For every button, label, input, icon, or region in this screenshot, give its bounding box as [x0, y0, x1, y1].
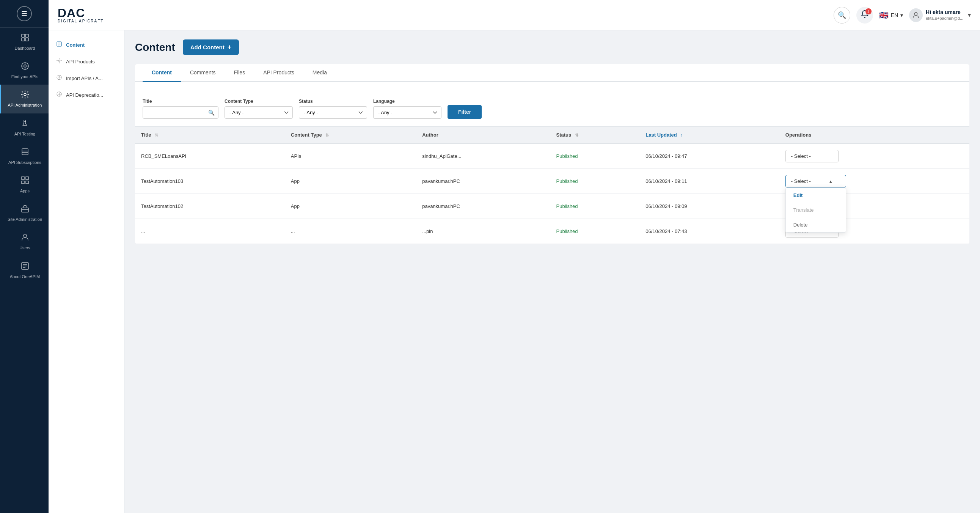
- notification-badge: 1: [865, 8, 872, 14]
- secondary-sidebar: Content API Products I: [49, 30, 124, 513]
- plus-icon: +: [228, 43, 232, 51]
- sec-sidebar-item-api-products[interactable]: API Products: [49, 53, 124, 70]
- svg-rect-19: [22, 208, 29, 212]
- cell-title-4: ...: [135, 219, 285, 244]
- cell-last-updated-4: 06/10/2024 - 07:43: [640, 219, 779, 244]
- cell-status-4: Published: [550, 219, 640, 244]
- filter-title-label: Title: [143, 99, 218, 104]
- tab-files[interactable]: Files: [225, 64, 255, 82]
- cell-operations-2: - Select - ▴ Edit Translate Delete: [780, 169, 969, 194]
- filter-status-select[interactable]: - Any -: [299, 106, 367, 119]
- table-header-row: Title ⇅ Content Type ⇅ Author: [135, 127, 969, 143]
- filter-search-icon: 🔍: [208, 110, 215, 116]
- sort-icon-title: ⇅: [155, 133, 158, 137]
- user-email: ekta.u+padmin@d...: [926, 16, 963, 21]
- operations-select-1[interactable]: - Select - Edit Translate Delete: [786, 150, 838, 163]
- sidebar-item-label: API Administration: [8, 103, 42, 108]
- col-content-type[interactable]: Content Type ⇅: [285, 127, 416, 143]
- user-menu[interactable]: Hi ekta umare ekta.u+padmin@d... ▾: [909, 8, 971, 22]
- dashboard-icon: [21, 33, 30, 45]
- tab-media[interactable]: Media: [304, 64, 336, 82]
- page-title: Content: [135, 41, 175, 54]
- cell-operations-1: - Select - Edit Translate Delete: [780, 143, 969, 169]
- svg-rect-0: [22, 34, 25, 37]
- sort-icon-content-type: ⇅: [325, 133, 329, 137]
- dropdown-delete[interactable]: Delete: [786, 217, 846, 232]
- sec-sidebar-label: Content: [66, 42, 84, 48]
- tab-api-products[interactable]: API Products: [254, 64, 304, 82]
- language-selector[interactable]: 🇬🇧 EN ▾: [879, 11, 903, 20]
- apps-icon: [21, 176, 30, 187]
- sidebar-item-label: Dashboard: [15, 46, 35, 51]
- cell-content-type-1: APIs: [285, 143, 416, 169]
- filter-content-type-select[interactable]: - Any -: [224, 106, 293, 119]
- col-status[interactable]: Status ⇅: [550, 127, 640, 143]
- svg-point-33: [59, 94, 60, 95]
- filter-language-label: Language: [373, 99, 441, 104]
- sort-icon-last-updated: ↑: [680, 133, 682, 137]
- cell-content-type-4: ...: [285, 219, 416, 244]
- notification-button[interactable]: 1: [856, 7, 873, 24]
- tab-comments[interactable]: Comments: [181, 64, 225, 82]
- language-label: EN: [891, 12, 898, 18]
- import-icon: [56, 74, 62, 82]
- sidebar-item-label: API Subscriptions: [8, 160, 41, 165]
- filter-language-group: Language - Any -: [373, 99, 441, 119]
- add-content-button[interactable]: Add Content +: [183, 40, 239, 55]
- operations-select-wrap-1: - Select - Edit Translate Delete: [786, 150, 838, 163]
- sidebar-item-users[interactable]: Users: [0, 227, 49, 256]
- svg-rect-18: [26, 181, 29, 184]
- search-button[interactable]: 🔍: [834, 7, 850, 24]
- filter-title-input[interactable]: [143, 106, 218, 119]
- dropdown-edit[interactable]: Edit: [786, 188, 846, 202]
- sidebar-item-api-testing[interactable]: API Testing: [0, 113, 49, 142]
- sidebar-item-dashboard[interactable]: Dashboard: [0, 28, 49, 56]
- cell-status-2: Published: [550, 169, 640, 194]
- filter-content-type-group: Content Type - Any -: [224, 99, 293, 119]
- filter-language-select[interactable]: - Any -: [373, 106, 441, 119]
- sidebar-item-site-admin[interactable]: Site Administration: [0, 199, 49, 227]
- topnav-logo: DAC DIGITAL APICRAFT: [58, 7, 103, 23]
- sidebar-item-api-subscriptions[interactable]: API Subscriptions: [0, 142, 49, 170]
- operations-dropdown-menu: Edit Translate Delete: [786, 188, 846, 233]
- sec-sidebar-item-import-apis[interactable]: Import APIs / A...: [49, 70, 124, 86]
- filter-section: Title 🔍 Content Type - Any -: [135, 91, 969, 127]
- col-title[interactable]: Title ⇅: [135, 127, 285, 143]
- left-sidebar: ☰ Dashboard Find your APIs: [0, 0, 49, 513]
- cell-last-updated-2: 06/10/2024 - 09:11: [640, 169, 779, 194]
- filter-row: Title 🔍 Content Type - Any -: [143, 99, 962, 119]
- cell-last-updated-1: 06/10/2024 - 09:47: [640, 143, 779, 169]
- sec-sidebar-label: Import APIs / A...: [66, 75, 103, 81]
- cell-last-updated-3: 06/10/2024 - 09:09: [640, 194, 779, 219]
- svg-rect-1: [25, 34, 29, 37]
- hamburger-icon: ☰: [21, 10, 27, 18]
- filter-button[interactable]: Filter: [447, 105, 482, 119]
- tab-content[interactable]: Content: [143, 64, 181, 82]
- main-area: DAC DIGITAL APICRAFT 🔍 1 🇬🇧 EN: [49, 0, 980, 513]
- sidebar-item-api-admin[interactable]: API Administration: [0, 84, 49, 113]
- sidebar-item-about[interactable]: About OneAPIM: [0, 256, 49, 285]
- deprecation-icon: [56, 91, 62, 99]
- cell-author-1: sindhu_ApiGate...: [416, 143, 550, 169]
- svg-point-5: [24, 65, 26, 67]
- sec-sidebar-item-content[interactable]: Content: [49, 37, 124, 53]
- cell-content-type-2: App: [285, 169, 416, 194]
- cell-title-3: TestAutomation102: [135, 194, 285, 219]
- hamburger-button[interactable]: ☰: [17, 6, 32, 21]
- sidebar-item-apps[interactable]: Apps: [0, 170, 49, 199]
- filter-title-wrap: 🔍: [143, 106, 218, 119]
- content-table: Title ⇅ Content Type ⇅ Author: [135, 127, 969, 244]
- user-avatar: [909, 8, 923, 22]
- dac-logo: DAC DIGITAL APICRAFT: [58, 7, 103, 23]
- find-apis-icon: [21, 62, 30, 73]
- sidebar-item-find-apis[interactable]: Find your APIs: [0, 56, 49, 84]
- sidebar-item-label: API Testing: [14, 132, 35, 137]
- api-admin-icon: [21, 90, 30, 101]
- col-last-updated[interactable]: Last Updated ↑: [640, 127, 779, 143]
- content-area: Content API Products I: [49, 30, 980, 513]
- table-row: TestAutomation103 App pavankumar.hPC Pub…: [135, 169, 969, 194]
- svg-point-26: [915, 12, 917, 15]
- sec-sidebar-item-api-deprecation[interactable]: API Deprecatio...: [49, 86, 124, 103]
- operations-select-open-2[interactable]: - Select - ▴: [786, 175, 846, 188]
- svg-point-31: [59, 60, 60, 62]
